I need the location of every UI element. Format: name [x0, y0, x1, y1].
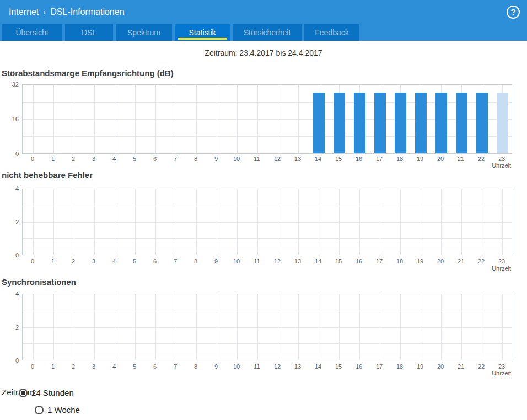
chart-title: Synchronisationen — [2, 277, 76, 287]
v-gridline — [217, 189, 217, 255]
v-gridline — [155, 85, 156, 153]
y-tick-label: 32 — [0, 80, 19, 88]
top-header-bar: Internet › DSL-Informationen ? Übersicht… — [0, 0, 527, 41]
v-gridline — [115, 294, 115, 360]
x-tick-label-0: 0 — [22, 258, 43, 265]
radio-option-1-woche[interactable]: 1 Woche — [35, 405, 80, 414]
v-gridline — [298, 294, 299, 360]
x-tick-label-15: 15 — [328, 155, 349, 163]
x-tick-label-13: 13 — [287, 155, 308, 163]
period-range-text: Zeitraum: 23.4.2017 bis 24.4.2017 — [0, 49, 527, 57]
radio-icon[interactable] — [35, 406, 44, 414]
plot-area — [22, 189, 512, 255]
h-gridline — [23, 222, 512, 223]
x-tick-label-5: 5 — [124, 258, 145, 265]
v-gridline — [115, 189, 115, 255]
x-tick-label-5: 5 — [124, 363, 145, 370]
v-gridline — [74, 189, 74, 255]
v-gridline — [196, 189, 197, 255]
bar-hour-18 — [395, 93, 406, 153]
v-gridline — [176, 85, 176, 153]
v-gridline — [53, 294, 54, 360]
v-gridline — [380, 294, 380, 360]
x-tick-label-20: 20 — [430, 258, 451, 265]
v-gridline — [176, 189, 176, 255]
x-tick-label-18: 18 — [389, 258, 410, 265]
tab-spektrum[interactable]: Spektrum — [116, 24, 172, 41]
v-gridline — [237, 189, 238, 255]
x-tick-label-9: 9 — [206, 363, 227, 370]
x-tick-label-2: 2 — [63, 363, 84, 370]
x-tick-label-16: 16 — [348, 363, 369, 370]
v-gridline — [237, 294, 238, 360]
v-gridline — [217, 85, 217, 153]
y-tick-label: 0 — [0, 150, 19, 158]
x-axis-unit: Uhrzeit — [461, 265, 511, 272]
tab-dsl[interactable]: DSL — [65, 24, 113, 41]
x-tick-label-1: 1 — [42, 363, 63, 370]
v-gridline — [319, 294, 319, 360]
breadcrumb-section[interactable]: Internet — [9, 6, 39, 18]
v-gridline — [135, 189, 136, 255]
tab-feedback[interactable]: Feedback — [304, 24, 359, 41]
h-gridline — [23, 311, 512, 311]
x-tick-label-3: 3 — [83, 258, 104, 265]
x-tick-label-11: 11 — [246, 258, 267, 265]
radio-icon[interactable] — [19, 389, 28, 397]
x-tick-label-5: 5 — [124, 155, 145, 163]
v-gridline — [400, 189, 401, 255]
v-gridline — [441, 294, 442, 360]
v-gridline — [196, 294, 197, 360]
tab-st-rsicherheit[interactable]: Störsicherheit — [233, 24, 302, 41]
v-gridline — [74, 85, 74, 153]
breadcrumb-page: DSL-Informationen — [50, 6, 124, 18]
v-gridline — [298, 189, 299, 255]
v-gridline — [502, 189, 503, 255]
x-tick-label-16: 16 — [348, 258, 369, 265]
tab--bersicht[interactable]: Übersicht — [2, 24, 62, 41]
v-gridline — [319, 189, 319, 255]
y-tick-label: 0 — [0, 357, 19, 364]
x-tick-label-10: 10 — [226, 155, 247, 163]
v-gridline — [339, 294, 340, 360]
v-gridline — [278, 189, 278, 255]
v-gridline — [359, 189, 360, 255]
x-tick-label-14: 14 — [308, 363, 329, 370]
bar-hour-22 — [476, 93, 488, 153]
v-gridline — [380, 189, 380, 255]
chart-title: nicht behebbare Fehler — [2, 170, 93, 180]
x-tick-label-19: 19 — [410, 258, 431, 265]
x-tick-label-20: 20 — [430, 155, 451, 163]
x-tick-label-6: 6 — [144, 155, 165, 163]
plot-area — [22, 294, 512, 360]
x-tick-label-20: 20 — [430, 363, 451, 370]
v-gridline — [94, 189, 95, 255]
radio-label[interactable]: 1 Woche — [47, 405, 80, 414]
x-tick-label-1: 1 — [42, 155, 63, 163]
x-tick-label-8: 8 — [185, 155, 206, 163]
v-gridline — [421, 294, 421, 360]
v-gridline — [298, 85, 299, 153]
x-tick-label-2: 2 — [63, 258, 84, 265]
tab-statistik[interactable]: Statistik — [175, 24, 230, 41]
x-tick-label-2: 2 — [63, 155, 84, 163]
v-gridline — [461, 189, 462, 255]
x-tick-label-16: 16 — [348, 155, 369, 163]
radio-option-24-stunden[interactable]: 24 Stunden — [19, 388, 74, 397]
radio-label[interactable]: 24 Stunden — [31, 388, 74, 397]
help-button[interactable]: ? — [507, 6, 520, 19]
h-gridline — [23, 238, 512, 239]
v-gridline — [257, 189, 258, 255]
x-axis-unit: Uhrzeit — [461, 370, 511, 377]
x-tick-label-22: 22 — [471, 258, 492, 265]
v-gridline — [53, 189, 54, 255]
v-gridline — [135, 294, 136, 360]
y-tick-label: 4 — [0, 290, 19, 298]
v-gridline — [482, 294, 482, 360]
h-gridline — [23, 206, 512, 206]
x-tick-label-9: 9 — [206, 155, 227, 163]
v-gridline — [461, 294, 462, 360]
x-tick-label-15: 15 — [328, 258, 349, 265]
v-gridline — [115, 85, 115, 153]
radio-dot — [21, 391, 25, 395]
